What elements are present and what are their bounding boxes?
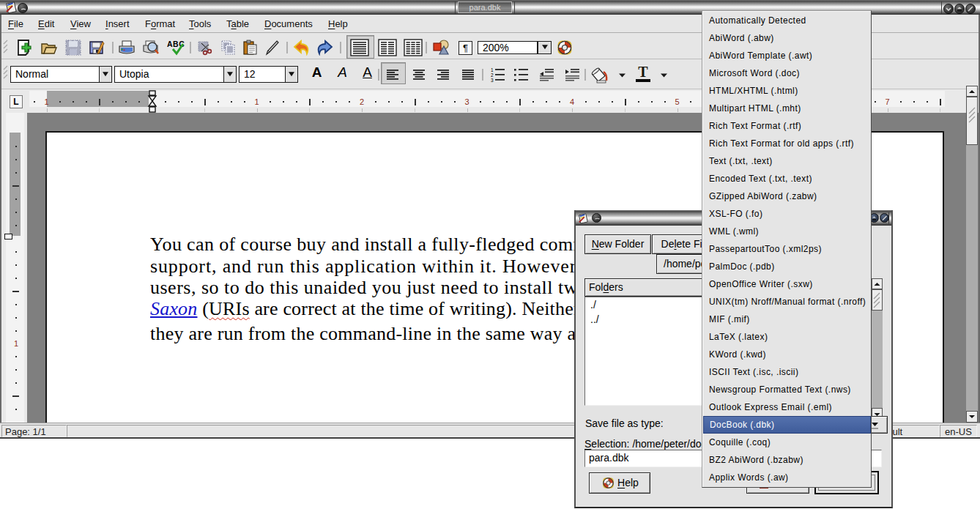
- svg-text:1: 1: [491, 67, 494, 73]
- svg-text:3: 3: [491, 78, 494, 82]
- svg-text:2: 2: [491, 73, 494, 78]
